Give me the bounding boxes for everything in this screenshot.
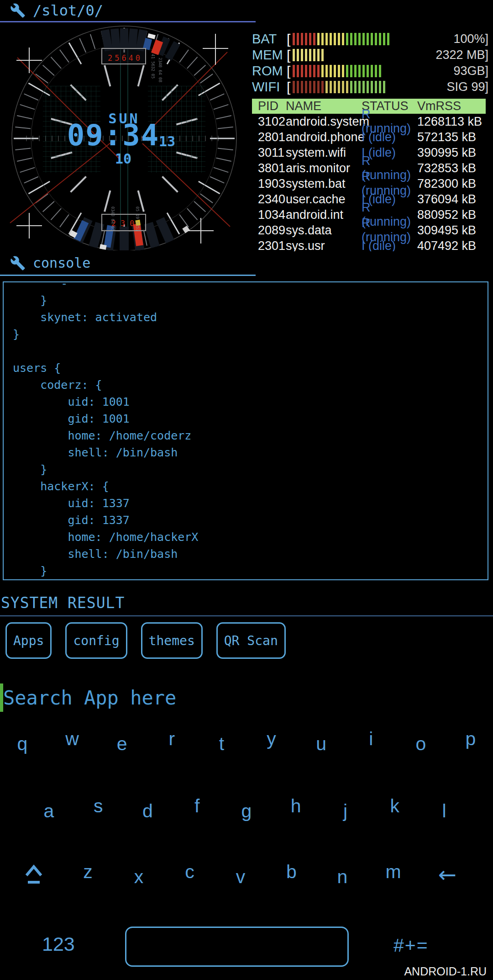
console-line: users { (13, 360, 488, 376)
key-m[interactable]: m (383, 861, 404, 883)
wrench-icon (10, 255, 26, 271)
key-k[interactable]: k (384, 795, 405, 817)
key-a[interactable]: a (38, 800, 59, 822)
key-u[interactable]: u (311, 733, 332, 755)
console-line: coderz: { (13, 376, 488, 393)
process-row: 2301sys.usrI (dile)407492 kB (252, 238, 486, 251)
process-row: 1903system.batR (running)782300 kB (252, 176, 486, 191)
console-line: shell: /bin/bash (13, 444, 488, 461)
svg-text:2340 64 08: 2340 64 08 (158, 58, 163, 82)
key-b[interactable]: b (281, 861, 302, 883)
numeric-layout-key[interactable]: 123 (42, 933, 75, 955)
stat-row-rom: ROM[93GB] (252, 63, 488, 79)
key-y[interactable]: y (261, 728, 282, 750)
stat-bars (293, 49, 324, 62)
console-line: } (13, 326, 488, 343)
system-result-label: SYSTEM RESULT (1, 594, 125, 612)
search-input[interactable]: Search App here (0, 683, 176, 712)
keyboard-row-2: asdfghjkl (0, 798, 493, 820)
page-title: /slot/0/ (33, 2, 103, 19)
key-h[interactable]: h (285, 795, 306, 817)
stat-bars (293, 81, 385, 94)
console-output[interactable]: - } skynet: activated} users { coderz: {… (3, 281, 488, 580)
system-stats: BAT[100%]MEM[2322 MB]ROM[93GB]WIFI[SIG 9… (252, 31, 488, 95)
process-row: 2801android.phoneI (idle)572135 kB (252, 129, 486, 145)
stat-bars (293, 33, 389, 46)
process-row: 2089sys.dataR (running)309495 kB (252, 222, 486, 238)
divider (0, 615, 493, 616)
svg-text:41 5632 05: 41 5632 05 (151, 54, 155, 79)
text-cursor (0, 683, 3, 712)
process-table: PIDNAMESTATUSVmRSS 3102android.systemR (… (252, 99, 486, 251)
key-t[interactable]: t (211, 733, 232, 755)
console-header: console (10, 255, 90, 271)
key-x[interactable]: x (128, 866, 149, 888)
key-e[interactable]: e (111, 733, 132, 755)
clock-seconds: 13 (159, 133, 175, 149)
symbols-layout-key[interactable]: #+= (393, 935, 429, 956)
shift-icon (22, 863, 46, 886)
stat-row-mem: MEM[2322 MB] (252, 47, 488, 63)
key-g[interactable]: g (236, 800, 257, 822)
clock-time: 09:34 (67, 118, 160, 152)
key-d[interactable]: d (137, 800, 158, 822)
stat-row-wifi: WIFI[SIG 99] (252, 79, 488, 95)
clock-top-counter: 25640 (108, 53, 142, 63)
console-line: - (13, 281, 488, 292)
key-f[interactable]: f (187, 795, 208, 817)
console-line: } (13, 292, 488, 309)
key-l[interactable]: l (434, 800, 455, 822)
wrench-icon (10, 3, 26, 18)
divider (0, 275, 256, 276)
button-qr-scan[interactable]: QR Scan (216, 622, 286, 659)
search-placeholder: Search App here (3, 687, 176, 709)
console-line: shell: /bin/bash (13, 546, 488, 562)
console-line: gid: 1337 (13, 512, 488, 529)
console-line: gid: 1001 (13, 410, 488, 427)
key-r[interactable]: r (161, 728, 182, 750)
divider (0, 21, 256, 22)
backspace-key[interactable]: ← (434, 862, 461, 887)
button-themes[interactable]: themes (141, 622, 203, 659)
clock-date: 10 (115, 151, 131, 167)
key-q[interactable]: q (12, 733, 33, 755)
watermark: ANDROID-1.RU (404, 965, 487, 978)
key-z[interactable]: z (78, 861, 99, 883)
console-line: skynet: activated (13, 309, 488, 326)
key-v[interactable]: v (230, 866, 251, 888)
key-p[interactable]: p (460, 728, 481, 750)
key-c[interactable]: c (179, 861, 200, 883)
console-line: uid: 1001 (13, 393, 488, 410)
console-title: console (33, 255, 90, 271)
console-line: uid: 1337 (13, 495, 488, 512)
key-j[interactable]: j (335, 800, 356, 822)
console-line: } (13, 562, 488, 579)
action-button-row: AppsconfigthemesQR Scan (5, 622, 286, 659)
button-config[interactable]: config (65, 622, 127, 659)
console-line (13, 343, 488, 360)
console-line: hackerX: { (13, 478, 488, 495)
key-i[interactable]: i (361, 728, 382, 750)
button-apps[interactable]: Apps (5, 622, 52, 659)
key-s[interactable]: s (88, 795, 109, 817)
stat-row-bat: BAT[100%] (252, 31, 488, 47)
key-n[interactable]: n (332, 866, 353, 888)
key-o[interactable]: o (410, 733, 431, 755)
console-line: home: /home/coderz (13, 427, 488, 444)
console-line: } (13, 461, 488, 478)
slot-header: /slot/0/ (10, 2, 103, 19)
process-row: 3102android.systemR (running)1268113 kB (252, 114, 486, 129)
keyboard-row-3: zxcvbnm← (0, 862, 493, 887)
shift-key[interactable] (20, 863, 47, 886)
keyboard-row-1: qwertyuiop (0, 731, 493, 752)
stat-bars (293, 65, 381, 78)
svg-text:0340 64 05: 0340 64 05 (110, 207, 115, 231)
console-line: home: /home/hackerX (13, 529, 488, 546)
clock-widget: 25640 230 41 5632 05 2340 64 08 0340 64 … (5, 26, 243, 250)
svg-text:05 19 4257: 05 19 4257 (135, 207, 140, 231)
key-w[interactable]: w (62, 728, 83, 750)
space-key[interactable] (125, 927, 349, 967)
